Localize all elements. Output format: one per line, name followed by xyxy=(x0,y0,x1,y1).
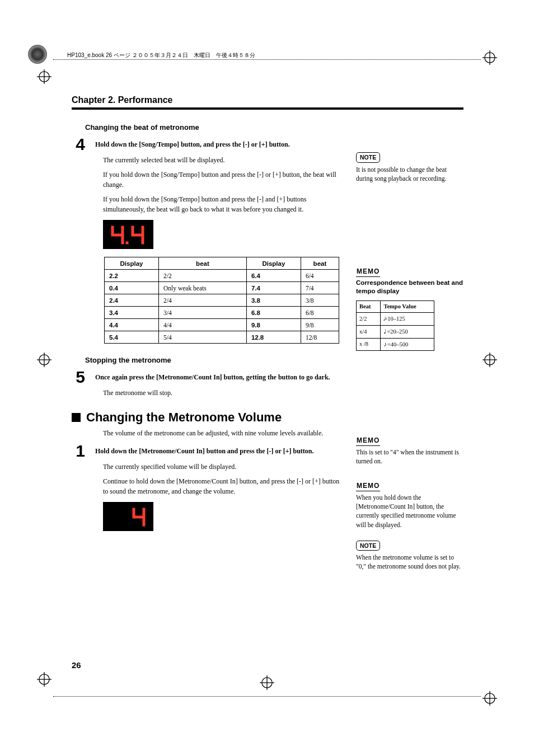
table-header: beat xyxy=(159,257,247,270)
table-header: Tempo Value xyxy=(381,300,434,313)
table-row: x/4 =20–250 xyxy=(357,326,434,339)
step-instruction: Hold down the [Song/Tempo] button, and p… xyxy=(95,140,290,148)
table-header: Display xyxy=(105,257,159,270)
chapter-rule xyxy=(72,107,463,110)
table-row: 3.43/46.86/8 xyxy=(105,307,339,319)
table-header: beat xyxy=(301,257,339,270)
registration-target xyxy=(37,69,51,84)
svg-rect-22 xyxy=(121,226,124,234)
registration-target xyxy=(483,353,497,367)
note-block: NOTE It is not possible to change the be… xyxy=(356,152,463,183)
registration-target xyxy=(483,50,497,65)
registration-target xyxy=(37,672,51,687)
header-rule xyxy=(53,59,481,60)
body-text: The currently specified volume will be d… xyxy=(103,462,341,472)
lcd-display-44 xyxy=(103,220,153,249)
memo-text: When you hold down the [Metronome/Count … xyxy=(356,493,463,529)
step-number: 5 xyxy=(72,369,85,386)
table-header: Display xyxy=(246,257,301,270)
svg-rect-21 xyxy=(111,226,114,234)
body-text: If you hold down the [Song/Tempo] button… xyxy=(103,170,341,190)
memo-block: MEMO Correspondence between beat and tem… xyxy=(356,267,463,351)
svg-rect-23 xyxy=(111,234,124,236)
table-row: 0.4Only weak beats7.47/4 xyxy=(105,282,339,294)
registration-target xyxy=(483,691,497,706)
memo-text: This is set to "4" when the instrument i… xyxy=(356,448,463,466)
step-number: 4 xyxy=(72,136,85,153)
svg-rect-30 xyxy=(133,508,135,516)
svg-rect-33 xyxy=(143,518,145,526)
svg-rect-24 xyxy=(121,236,124,244)
page-number: 26 xyxy=(72,660,81,670)
section-changing-beat-title: Changing the beat of metronome xyxy=(85,123,341,132)
step-instruction: Hold down the [Metronome/Count In] butto… xyxy=(95,447,314,455)
table-row: x /8 =40–500 xyxy=(357,338,434,351)
section-stopping-title: Stopping the metronome xyxy=(85,356,341,364)
lcd-display-4 xyxy=(103,502,153,531)
body-text: The volume of the metronome can be adjus… xyxy=(103,428,341,438)
note-text: It is not possible to change the beat du… xyxy=(356,165,463,183)
note-text: When the metronome volume is set to "0,"… xyxy=(356,553,463,571)
body-text: The metronome will stop. xyxy=(103,388,341,398)
table-row: 2.42/43.83/8 xyxy=(105,294,339,307)
table-row: 2.22/26.46/4 xyxy=(105,270,339,282)
svg-rect-27 xyxy=(142,226,144,234)
svg-rect-25 xyxy=(126,242,128,244)
body-text: If you hold down the [Song/Tempo] button… xyxy=(103,194,341,214)
table-row: 5.45/412.812/8 xyxy=(105,331,339,344)
square-bullet-icon xyxy=(72,413,81,422)
registration-target xyxy=(37,353,51,367)
note-block: NOTE When the metronome volume is set to… xyxy=(356,541,463,571)
memo-badge: MEMO xyxy=(356,436,380,446)
footer-rule xyxy=(53,696,481,697)
svg-rect-32 xyxy=(133,516,145,518)
table-row: 4.44/49.89/8 xyxy=(105,319,339,331)
note-badge: NOTE xyxy=(356,152,380,163)
table-header: Beat xyxy=(357,300,381,313)
body-text: Continue to hold down the [Metronome/Cou… xyxy=(103,476,341,496)
step-instruction: Once again press the [Metronome/Count In… xyxy=(95,373,330,381)
memo-badge: MEMO xyxy=(356,267,380,277)
svg-rect-29 xyxy=(142,236,144,244)
svg-rect-31 xyxy=(143,508,145,516)
sidebar-column: NOTE It is not possible to change the be… xyxy=(356,123,463,582)
section-volume-title-text: Changing the Metronome Volume xyxy=(86,410,282,425)
beat-table: Display beat Display beat 2.22/26.46/4 0… xyxy=(104,257,339,344)
step-number: 1 xyxy=(72,443,85,459)
memo-heading: Correspondence between beat and tempo di… xyxy=(356,279,463,296)
note-badge: NOTE xyxy=(356,541,380,551)
tempo-table: Beat Tempo Value 2/2 =10–125 x/4 =20–250… xyxy=(356,300,434,351)
registration-target xyxy=(260,675,274,690)
memo-block: MEMO When you hold down the [Metronome/C… xyxy=(356,481,463,529)
memo-block: MEMO This is set to "4" when the instrum… xyxy=(356,436,463,466)
main-column: Changing the beat of metronome 4 Hold do… xyxy=(72,123,341,582)
book-header-info: HP103_e.book 26 ページ ２００５年３月２４日 木曜日 午後４時５… xyxy=(67,51,255,59)
chapter-title: Chapter 2. Performance xyxy=(72,95,463,105)
section-volume-title: Changing the Metronome Volume xyxy=(72,410,341,425)
table-row: 2/2 =10–125 xyxy=(357,313,434,326)
body-text: The currently selected beat will be disp… xyxy=(103,155,341,165)
svg-rect-28 xyxy=(132,234,144,236)
svg-rect-26 xyxy=(132,226,134,234)
memo-badge: MEMO xyxy=(356,481,380,491)
